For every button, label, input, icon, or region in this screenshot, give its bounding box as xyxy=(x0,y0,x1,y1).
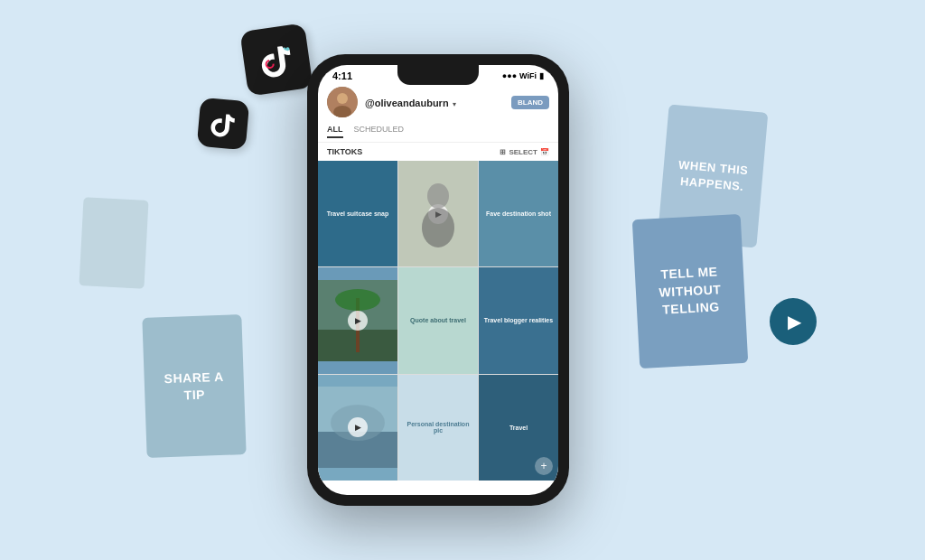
status-icons: ●●● WiFi ▮ xyxy=(502,71,544,80)
cell-label-6: Travel blogger realities xyxy=(481,313,556,327)
tabs-row: ALL SCHEDULED xyxy=(318,121,558,143)
grid-cell-8[interactable]: Personal destination pic xyxy=(398,375,478,481)
tab-scheduled[interactable]: SCHEDULED xyxy=(354,125,405,138)
card-share-tip: SHARE A TIP xyxy=(142,314,246,458)
svg-point-4 xyxy=(427,183,449,209)
svg-point-2 xyxy=(337,93,348,104)
grid-cell-5[interactable]: Quote about travel xyxy=(398,267,478,373)
avatar xyxy=(327,87,358,117)
status-time: 4:11 xyxy=(332,70,352,81)
cell-label-9: Travel xyxy=(506,421,531,434)
card-tell-text: TELL ME WITHOUT TELLING xyxy=(646,263,735,321)
svg-point-9 xyxy=(335,289,380,311)
grid-cell-1[interactable]: Travel suitcase snap xyxy=(318,161,397,266)
bland-badge: BLAND xyxy=(511,96,549,109)
battery-icon: ▮ xyxy=(539,71,544,80)
grid-cell-3[interactable]: Fave destination shot xyxy=(479,161,558,266)
grid-cell-6[interactable]: Travel blogger realities xyxy=(479,267,558,373)
tiktok-icon-large xyxy=(239,23,313,96)
select-button[interactable]: ⊞ SELECT 📅 xyxy=(500,148,549,156)
signal-icon: ●●● xyxy=(502,71,517,80)
svg-point-5 xyxy=(422,208,454,247)
card-tell-me: TELL ME WITHOUT TELLING xyxy=(632,214,748,369)
cell-label-5: Quote about travel xyxy=(406,313,470,327)
calendar-icon: 📅 xyxy=(540,148,549,156)
profile-header: @oliveandauburn ▾ BLAND xyxy=(318,83,558,121)
tiktoks-header: TIKTOKS ⊞ SELECT 📅 xyxy=(318,143,558,161)
play-icon: ▶ xyxy=(788,311,801,332)
decorative-card-small xyxy=(79,197,148,289)
phone-mockup: 4:11 ●●● WiFi ▮ @oliveandauburn xyxy=(307,54,569,506)
card-share-tip-text: SHARE A TIP xyxy=(154,369,233,404)
tab-all[interactable]: ALL xyxy=(327,125,343,138)
phone-screen: 4:11 ●●● WiFi ▮ @oliveandauburn xyxy=(318,65,558,495)
phone-notch xyxy=(397,65,479,85)
cell-label-1: Travel suitcase snap xyxy=(323,207,392,220)
plus-button-9[interactable]: + xyxy=(535,457,553,475)
grid-cell-4[interactable]: ▶ xyxy=(318,267,397,373)
grid-cell-7[interactable]: ▶ xyxy=(318,375,397,481)
video-grid: Travel suitcase snap ▶ Fave destination … xyxy=(318,161,558,481)
cell-label-3: Fave destination shot xyxy=(482,207,555,220)
tiktok-icon-small xyxy=(197,98,250,151)
select-icon: ⊞ xyxy=(500,148,506,156)
username-label: @oliveandauburn xyxy=(365,98,449,108)
grid-cell-2[interactable]: ▶ xyxy=(398,161,478,266)
card-when-text: WHEN THIS HAPPENS. xyxy=(671,156,755,196)
grid-cell-9[interactable]: Travel + xyxy=(479,375,558,481)
dropdown-arrow-icon[interactable]: ▾ xyxy=(453,100,456,108)
wifi-icon: WiFi xyxy=(519,71,537,80)
tiktoks-label: TIKTOKS xyxy=(327,147,362,156)
select-label: SELECT xyxy=(509,148,537,156)
cell-label-8: Personal destination pic xyxy=(398,417,478,437)
play-circle-button[interactable]: ▶ xyxy=(770,298,817,345)
play-button-4[interactable]: ▶ xyxy=(348,311,368,331)
